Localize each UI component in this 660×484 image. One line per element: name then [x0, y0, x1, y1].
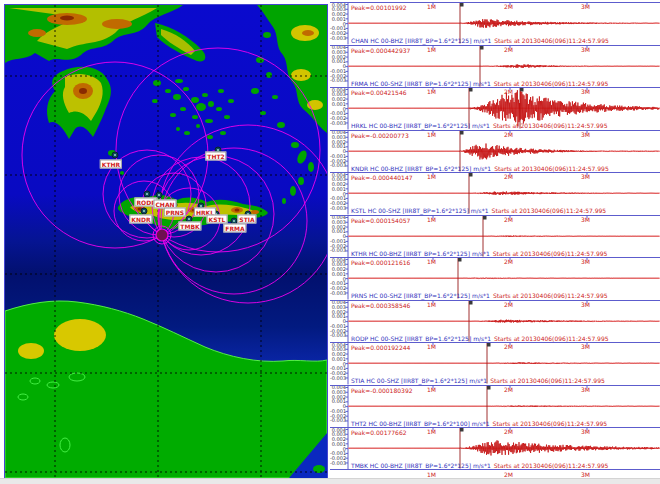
station-label-TMBK[interactable]: TMBK [178, 222, 201, 231]
phase-flag-icon [483, 216, 487, 220]
x-tick-label: 1M [427, 88, 436, 95]
seismogram-panel-FRMA[interactable]: 0.0040.0030.0020.0010-0.001-0.002-0.003P… [330, 45, 660, 88]
x-tick-label: 3M [581, 343, 590, 350]
x-tick-label: 2M [504, 258, 513, 265]
epicenter-marker [153, 226, 171, 244]
seismogram-panel-RODP[interactable]: 0.0040.0030.0020.0010-0.001-0.002-0.003P… [330, 300, 660, 343]
phase-flag-icon [460, 428, 464, 432]
x-tick-label: 3M [581, 131, 590, 138]
x-tick-label: 3M [581, 46, 590, 53]
phase-flag-icon [458, 258, 462, 262]
trace-caption: KTHR HC 00-BHZ [IIR8T_BP=1.6*2*125] m/s*… [351, 250, 607, 257]
waveform-trace-FRMA[interactable] [349, 64, 660, 68]
time-axis-label: 3M [581, 471, 590, 478]
station-label-PRNS[interactable]: PRNS [164, 208, 186, 217]
start-time-label: Starts at 20130406(096)11:24:57.995 [494, 335, 609, 342]
x-tick-label: 1M [427, 343, 436, 350]
station-label-KTHR[interactable]: KTHR [100, 160, 122, 169]
peak-value-label: Peak=0.00177662 [351, 429, 407, 436]
station-label-FRMA[interactable]: FRMA [223, 224, 246, 233]
peak-value-label: Peak=0.000358546 [351, 302, 410, 309]
station-label-KSTL[interactable]: KSTL [207, 215, 228, 224]
seismogram-panel-CHAN[interactable]: 0.0040.0030.0020.0010-0.001-0.002-0.003P… [330, 2, 660, 45]
start-time-label: Starts at 20130406(096)11:24:57.995 [493, 292, 608, 299]
trace-caption: FRMA HC 00-SHZ [IIR8T_BP=1.6*2*125] m/s*… [351, 80, 608, 87]
x-tick-label: 2M [504, 428, 513, 435]
start-time-label: Starts at 20130406(096)11:24:57.995 [492, 207, 607, 214]
seismic-analysis-window: KTHRTHT2RODPCHANPRNSKNDRHRKLKSTLSTIAFRMA… [0, 0, 660, 484]
x-tick-label: 1M [427, 428, 436, 435]
seismogram-panel-HRKL[interactable]: 0.0040.0030.0020.0010-0.001-0.002-0.003P… [330, 87, 660, 130]
channel-label: STIA HC 00-SHZ [IIR8T_BP=1.6*2*125] m/s*… [351, 377, 487, 384]
map-canvas [5, 5, 327, 478]
seismogram-panel-STIA[interactable]: 0.0040.0030.0020.0010-0.001-0.002-0.003P… [330, 342, 660, 385]
phase-flag-icon [469, 88, 473, 92]
channel-label: KTHR HC 00-BHZ [IIR8T_BP=1.6*2*125] m/s*… [351, 250, 490, 257]
x-tick-label: 1M [427, 216, 436, 223]
seismogram-panel-PRNS[interactable]: 0.0040.0030.0020.0010-0.001-0.002-0.003P… [330, 257, 660, 300]
station-dot-core [158, 194, 160, 196]
peak-value-label: Peak=-0.000440147 [351, 174, 413, 181]
x-tick-label: 3M [581, 386, 590, 393]
waveform-trace-RODP[interactable] [349, 319, 660, 322]
seismogram-panel-KNDR[interactable]: 0.0040.0030.0020.0010-0.001-0.002-0.003P… [330, 130, 660, 173]
x-tick-label: 2M [504, 131, 513, 138]
start-time-label: Starts at 20130406(096)11:24:57.995 [493, 420, 608, 427]
phase-flag-icon [487, 386, 491, 390]
start-time-label: Starts at 20130406(096)11:24:57.995 [494, 462, 609, 469]
start-time-label: Starts at 20130406(096)11:24:57.995 [490, 377, 605, 384]
trace-caption: CHAN HC 00-BHZ [IIR8T_BP=1.6*2*125] m/s*… [351, 37, 609, 44]
x-tick-label: 1M [427, 131, 436, 138]
x-tick-label: 1M [427, 386, 436, 393]
station-label-STIA[interactable]: STIA [237, 215, 256, 224]
seismogram-panel-KSTL[interactable]: 0.0040.0030.0020.0010-0.001-0.002-0.003P… [330, 172, 660, 215]
start-time-label: Starts at 20130406(096)11:24:57.995 [494, 37, 609, 44]
island-corner [313, 465, 325, 473]
station-label-KNDR[interactable]: KNDR [129, 215, 152, 224]
time-axis-label: 1M [427, 471, 436, 478]
trace-caption: RODP HC 00-SHZ [IIR8T_BP=1.6*2*125] m/s*… [351, 335, 609, 342]
channel-label: PRNS HC 00-SHZ [IIR8T_BP=1.6*2*125] m/s*… [351, 292, 490, 299]
epicenter-dot [156, 229, 168, 241]
station-dot-core [114, 154, 116, 156]
station-dot-core [233, 220, 235, 222]
seismogram-panel-THT2[interactable]: 0.0040.0030.0020.0010-0.001-0.002-0.003P… [330, 385, 660, 428]
phase-flag-icon [460, 131, 464, 135]
waveform-trace-CHAN[interactable] [349, 19, 660, 28]
trace-caption: HRKL HC 00-BHZ [IIR8T_BP=1.6*2*125] m/s*… [351, 122, 607, 129]
peak-value-label: Peak=0.000442937 [351, 47, 410, 54]
trace-caption: STIA HC 00-SHZ [IIR8T_BP=1.6*2*125] m/s*… [351, 377, 605, 384]
x-tick-label: 2M [504, 3, 513, 10]
phase-flag-icon [480, 46, 484, 50]
peak-value-label: Peak=0.000192244 [351, 344, 410, 351]
waveform-trace-TMBK[interactable] [349, 440, 660, 455]
station-label-THT2[interactable]: THT2 [205, 152, 226, 161]
x-tick-label: 2M [504, 301, 513, 308]
peak-value-label: Peak=0.000121616 [351, 259, 410, 266]
peak-value-label: Peak=0.00421546 [351, 89, 407, 96]
seismogram-panel-TMBK[interactable]: 0.0040.0030.0020.0010-0.001-0.002-0.003P… [330, 427, 660, 470]
trace-caption: PRNS HC 00-SHZ [IIR8T_BP=1.6*2*125] m/s*… [351, 292, 608, 299]
channel-label: KNDR HC 00-BHZ [IIR8T_BP=1.6*2*125] m/s*… [351, 165, 491, 172]
trace-caption: TMBK HC 00-BHZ [IIR8T_BP=1.6*2*125] m/s*… [351, 462, 608, 469]
map-panel[interactable]: KTHRTHT2RODPCHANPRNSKNDRHRKLKSTLSTIAFRMA… [4, 4, 328, 479]
waveform-trace-KNDR[interactable] [349, 143, 660, 159]
channel-label: TMBK HC 00-BHZ [IIR8T_BP=1.6*2*125] m/s*… [351, 462, 491, 469]
start-time-label: Starts at 20130406(096)11:24:57.995 [494, 80, 609, 87]
trace-caption: THT2 HC 00-BHZ [IIR8T_BP=1.6*2*100] m/s*… [351, 420, 607, 427]
time-axis-label: 2M [504, 471, 513, 478]
channel-label: THT2 HC 00-BHZ [IIR8T_BP=1.6*2*100] m/s*… [351, 420, 490, 427]
seismogram-panel-KTHR[interactable]: 0.0040.0030.0020.0010-0.001-0.002-0.003P… [330, 215, 660, 258]
x-tick-label: 3M [581, 428, 590, 435]
x-tick-label: 3M [581, 173, 590, 180]
channel-label: HRKL HC 00-BHZ [IIR8T_BP=1.6*2*125] m/s*… [351, 122, 490, 129]
x-tick-label: 1M [427, 46, 436, 53]
peak-value-label: Peak=0.00101992 [351, 4, 407, 11]
start-time-label: Starts at 20130406(096)11:24:57.995 [494, 165, 609, 172]
phase-flag-icon [469, 173, 473, 177]
waveform-trace-KSTL[interactable] [349, 191, 660, 195]
channel-label: CHAN HC 00-BHZ [IIR8T_BP=1.6*2*125] m/s*… [351, 37, 491, 44]
x-tick-label: 2M [504, 88, 513, 95]
x-tick-label: 3M [581, 258, 590, 265]
waveform-trace-STIA[interactable] [349, 362, 660, 364]
